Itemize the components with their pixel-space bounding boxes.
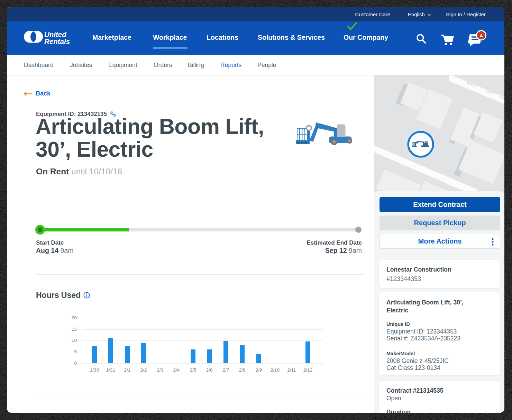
svg-text:Rentals: Rentals xyxy=(44,37,70,45)
svg-text:4: 4 xyxy=(480,33,483,38)
